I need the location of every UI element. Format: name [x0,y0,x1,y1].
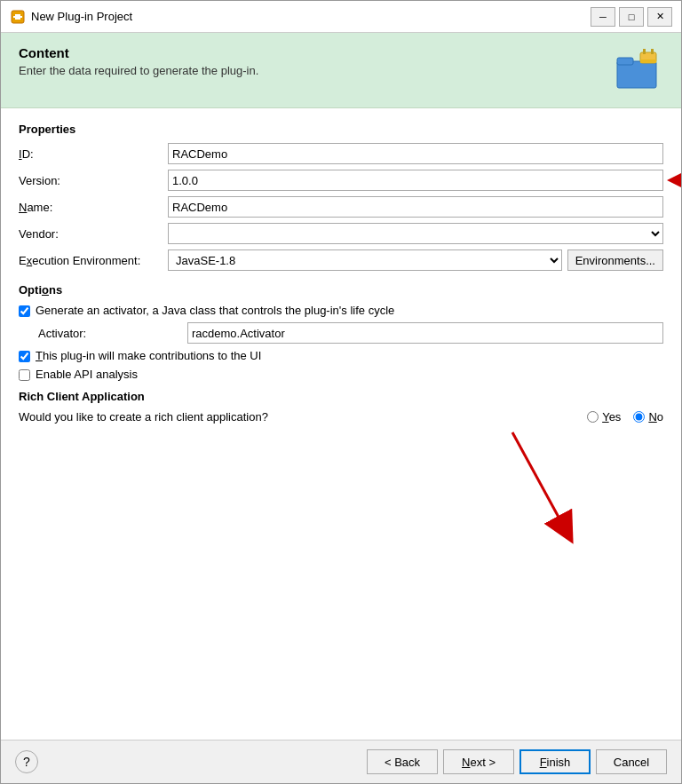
back-button[interactable]: < Back [367,749,438,774]
window-title: New Plug-in Project [31,10,132,23]
version-row [168,170,663,191]
properties-grid: ID: Version: Name: V [19,143,663,271]
properties-section-title: Properties [19,123,663,136]
plugin-title-icon [10,9,26,25]
rca-question: Would you like to create a rich client a… [19,410,268,424]
ui-contributions-row: This plug-in will make contributions to … [19,349,663,362]
maximize-button[interactable]: □ [619,7,644,27]
name-label: Name: [19,201,161,214]
banner: Content Enter the data required to gener… [1,33,681,108]
environments-button-label: Environments... [575,254,655,267]
rca-no-text: No [648,410,663,424]
version-label: Version: [19,174,161,187]
rca-no-radio[interactable] [633,411,645,423]
generate-activator-label: Generate an activator, a Java class that… [36,304,394,317]
options-section: Options Generate an activator, a Java cl… [19,283,663,381]
banner-heading: Content [19,45,258,60]
svg-line-12 [512,432,566,530]
api-analysis-label: Enable API analysis [36,368,138,381]
ui-contributions-label: This plug-in will make contributions to … [36,349,261,362]
rca-no-label[interactable]: No [633,410,663,424]
generate-activator-checkbox[interactable] [19,305,30,317]
rca-yes-radio[interactable] [587,411,599,423]
help-button[interactable]: ? [15,750,38,773]
svg-rect-7 [651,49,654,54]
svg-rect-8 [640,59,656,63]
activator-label: Activator: [38,327,180,340]
environments-button[interactable]: Environments... [567,249,663,271]
exec-env-select[interactable]: JavaSE-1.8 [168,249,562,271]
new-plugin-project-window: New Plug-in Project ─ □ ✕ Content Enter … [0,0,682,784]
svg-rect-6 [643,49,646,54]
rca-row: Would you like to create a rich client a… [19,410,663,424]
activator-input[interactable] [187,322,663,344]
ui-contributions-checkbox[interactable] [19,351,30,362]
vendor-label: Vendor: [19,227,161,241]
rca-yes-label[interactable]: Yes [587,410,621,424]
rca-section-title: Rich Client Application [19,390,663,403]
vendor-select[interactable] [168,223,663,244]
minimize-button[interactable]: ─ [591,7,615,27]
footer-left: ? [15,750,38,773]
banner-description: Enter the data required to generate the … [19,64,258,77]
options-section-title: Options [19,283,663,297]
main-content: Properties ID: Version: [1,108,681,740]
title-bar: New Plug-in Project ─ □ ✕ [1,1,681,33]
exec-env-row: JavaSE-1.8 Environments... [168,249,663,271]
cancel-button[interactable]: Cancel [596,749,667,774]
generate-activator-row: Generate an activator, a Java class that… [19,304,663,317]
api-analysis-row: Enable API analysis [19,368,663,381]
next-label: Next > [462,756,496,769]
next-button[interactable]: Next > [443,749,514,774]
footer: ? < Back Next > Finish Cancel [1,740,681,783]
cancel-label: Cancel [614,756,649,769]
finish-button[interactable]: Finish [519,749,591,774]
id-input[interactable] [168,143,663,164]
banner-text: Content Enter the data required to gener… [19,45,258,77]
svg-rect-4 [617,58,633,65]
close-button[interactable]: ✕ [647,7,672,27]
spacer-area [19,424,663,566]
title-bar-left: New Plug-in Project [10,9,132,25]
rca-yes-text: Yes [602,410,621,424]
big-red-arrow [486,424,592,548]
finish-label: Finish [540,756,571,769]
exec-env-label: Execution Environment: [19,254,161,267]
banner-icon [614,45,663,95]
version-arrow [667,170,681,191]
help-icon: ? [23,755,30,769]
name-input[interactable] [168,196,663,218]
id-label: ID: [19,147,161,161]
title-bar-controls: ─ □ ✕ [591,7,672,27]
api-analysis-checkbox[interactable] [19,369,30,381]
rca-section: Rich Client Application Would you like t… [19,390,663,424]
version-input[interactable] [168,170,663,191]
rca-radio-group: Yes No [587,410,663,424]
back-label: < Back [385,756,420,769]
footer-buttons: < Back Next > Finish Cancel [367,749,667,774]
svg-rect-2 [13,16,22,18]
activator-row: Activator: [38,322,663,344]
